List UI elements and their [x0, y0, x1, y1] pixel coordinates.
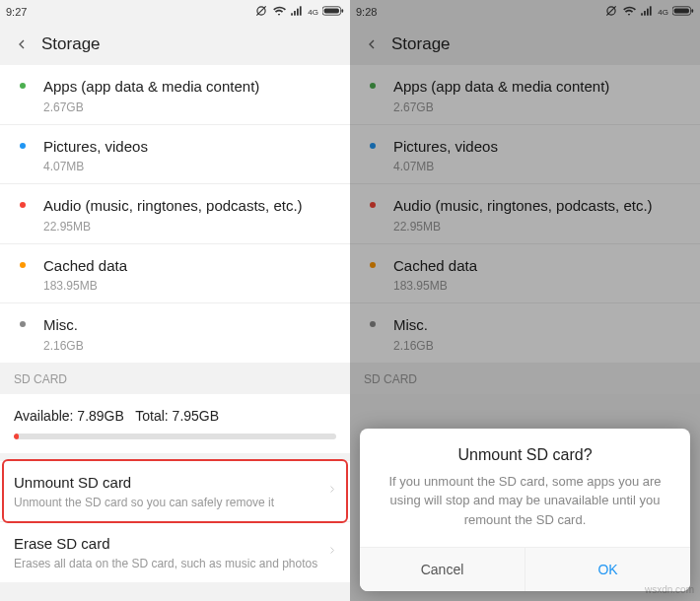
- status-icons: 4G: [254, 4, 344, 20]
- svg-rect-2: [291, 13, 293, 15]
- item-size: 183.95MB: [393, 279, 686, 293]
- vibrate-icon: [604, 4, 618, 20]
- unmount-sd-item[interactable]: Unmount SD card Unmount the SD card so y…: [0, 461, 350, 522]
- svg-rect-3: [294, 11, 296, 16]
- status-icons: 4G: [604, 4, 694, 20]
- signal-icon: [290, 4, 304, 20]
- back-button[interactable]: [10, 33, 34, 56]
- page-title: Storage: [41, 34, 101, 54]
- chevron-right-icon: [326, 545, 338, 560]
- dialog-title: Unmount SD card?: [360, 429, 690, 472]
- status-time: 9:27: [6, 6, 27, 18]
- item-size: 2.16GB: [393, 339, 686, 353]
- svg-rect-16: [674, 8, 689, 13]
- item-size: 183.95MB: [43, 279, 336, 293]
- item-title: Apps (app data & media content): [393, 77, 686, 97]
- status-bar: 9:27 4G: [0, 0, 350, 24]
- network-label: 4G: [658, 8, 668, 17]
- item-size: 2.67GB: [43, 100, 336, 114]
- svg-rect-17: [691, 9, 693, 12]
- storage-list: Apps (app data & media content) 2.67GB P…: [0, 65, 350, 363]
- sd-usage-fill: [14, 434, 19, 439]
- list-item[interactable]: Pictures, videos 4.07MB: [0, 125, 350, 185]
- storage-list: Apps (app data & media content) 2.67GB P…: [350, 65, 700, 363]
- item-size: 4.07MB: [43, 160, 336, 173]
- svg-rect-8: [341, 9, 343, 12]
- back-button[interactable]: [360, 33, 384, 56]
- item-title: Audio (music, ringtones, podcasts, etc.): [393, 196, 686, 216]
- dot-icon: [370, 143, 376, 149]
- list-item[interactable]: Cached data 183.95MB: [0, 244, 350, 304]
- item-title: Misc.: [43, 315, 336, 335]
- svg-rect-14: [650, 6, 652, 15]
- phone-left: 9:27 4G Storage Apps (app data: [0, 0, 350, 601]
- sd-usage-bar: [14, 434, 336, 439]
- list-item: Audio (music, ringtones, podcasts, etc.)…: [350, 184, 700, 244]
- svg-rect-11: [641, 13, 643, 15]
- sd-stats: Available: 7.89GB Total: 7.95GB: [0, 394, 350, 453]
- page-header: Storage: [350, 24, 700, 65]
- list-item: Apps (app data & media content) 2.67GB: [350, 65, 700, 125]
- item-title: Unmount SD card: [14, 473, 318, 493]
- item-title: Pictures, videos: [393, 137, 686, 157]
- dot-icon: [370, 83, 376, 89]
- item-desc: Erases all data on the SD card, such as …: [14, 557, 318, 572]
- cancel-button[interactable]: Cancel: [360, 548, 525, 591]
- svg-rect-7: [324, 8, 339, 13]
- list-item: Cached data 183.95MB: [350, 244, 700, 304]
- dialog-buttons: Cancel OK: [360, 547, 690, 591]
- battery-icon: [672, 5, 694, 19]
- page-title: Storage: [391, 34, 451, 54]
- status-time: 9:28: [356, 6, 377, 18]
- dot-icon: [20, 143, 26, 149]
- erase-sd-item[interactable]: Erase SD card Erases all data on the SD …: [0, 522, 350, 582]
- sd-capacity-text: Available: 7.89GB Total: 7.95GB: [14, 408, 336, 424]
- svg-rect-12: [644, 11, 646, 16]
- chevron-right-icon: [326, 484, 338, 499]
- svg-rect-13: [647, 9, 649, 16]
- dot-icon: [20, 202, 26, 208]
- list-item[interactable]: Audio (music, ringtones, podcasts, etc.)…: [0, 184, 350, 244]
- wifi-icon: [272, 4, 286, 20]
- vibrate-icon: [254, 4, 268, 20]
- dot-icon: [20, 262, 26, 268]
- section-header-sdcard: SD CARD: [350, 363, 700, 394]
- item-title: Apps (app data & media content): [43, 77, 336, 97]
- item-title: Audio (music, ringtones, podcasts, etc.): [43, 196, 336, 216]
- list-item: Misc. 2.16GB: [350, 303, 700, 363]
- item-size: 22.95MB: [43, 220, 336, 234]
- dot-icon: [370, 202, 376, 208]
- item-title: Cached data: [393, 256, 686, 276]
- status-bar: 9:28 4G: [350, 0, 700, 24]
- watermark: wsxdn.com: [645, 584, 694, 595]
- battery-icon: [322, 5, 344, 19]
- svg-rect-5: [300, 6, 302, 15]
- item-size: 2.67GB: [393, 100, 686, 114]
- list-item: Pictures, videos 4.07MB: [350, 125, 700, 185]
- dialog-body: If you unmount the SD card, some apps yo…: [360, 472, 690, 548]
- item-size: 4.07MB: [393, 160, 686, 173]
- page-header: Storage: [0, 24, 350, 65]
- wifi-icon: [622, 4, 636, 20]
- list-item[interactable]: Apps (app data & media content) 2.67GB: [0, 65, 350, 125]
- item-size: 22.95MB: [393, 220, 686, 234]
- dot-icon: [20, 321, 26, 327]
- svg-rect-4: [297, 9, 299, 16]
- item-title: Pictures, videos: [43, 137, 336, 157]
- dot-icon: [20, 83, 26, 89]
- unmount-dialog: Unmount SD card? If you unmount the SD c…: [360, 429, 690, 592]
- item-desc: Unmount the SD card so you can safely re…: [14, 496, 318, 511]
- item-size: 2.16GB: [43, 339, 336, 353]
- section-header-sdcard: SD CARD: [0, 363, 350, 394]
- signal-icon: [640, 4, 654, 20]
- phone-right: 9:28 4G Storage Apps (app data: [350, 0, 700, 601]
- dot-icon: [370, 262, 376, 268]
- dot-icon: [370, 321, 376, 327]
- sd-actions: Unmount SD card Unmount the SD card so y…: [0, 461, 350, 582]
- item-title: Misc.: [393, 315, 686, 335]
- item-title: Erase SD card: [14, 534, 318, 554]
- item-title: Cached data: [43, 256, 336, 276]
- network-label: 4G: [308, 8, 318, 17]
- list-item[interactable]: Misc. 2.16GB: [0, 303, 350, 363]
